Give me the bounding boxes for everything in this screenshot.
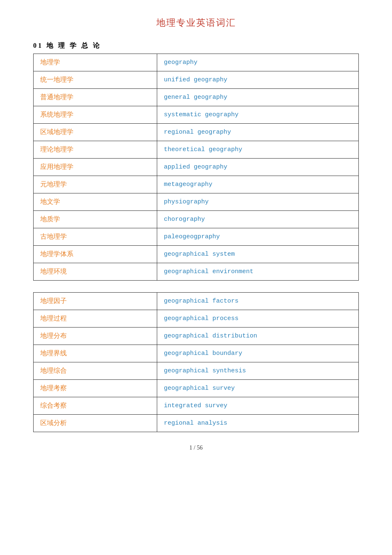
english-term: chorography [157,211,358,228]
chinese-term: 地理界线 [34,345,157,362]
english-term: systematic geography [157,106,358,124]
chinese-term: 区域地理学 [34,124,157,141]
table-row: 地理因子geographical factors [34,293,359,310]
table-row: 区域地理学regional geography [34,124,359,141]
chinese-term: 应用地理学 [34,159,157,176]
english-term: integrated survey [157,397,358,415]
table-row: 应用地理学applied geography [34,159,359,176]
table-row: 综合考察integrated survey [34,397,359,415]
english-term: geographical factors [157,293,358,310]
table-row: 地质学chorography [34,211,359,228]
chinese-term: 统一地理学 [34,71,157,89]
english-term: geographical boundary [157,345,358,362]
table-row: 地理界线geographical boundary [34,345,359,362]
table-row: 地理学体系geographical system [34,246,359,263]
table-row: 理论地理学theoretical geography [34,141,359,159]
english-term: general geography [157,89,358,106]
chinese-term: 普通地理学 [34,89,157,106]
english-term: geography [157,54,358,71]
chinese-term: 综合考察 [34,397,157,415]
page-number: 1 / 56 [190,445,203,451]
table-row: 元地理学metageography [34,176,359,193]
section2-table: 地理因子geographical factors地理过程geographical… [33,292,359,432]
table-row: 地理综合geographical synthesis [34,362,359,380]
table-row: 区域分析regional analysis [34,415,359,432]
english-term: geographical process [157,310,358,328]
english-term: regional analysis [157,415,358,432]
english-term: geographical system [157,246,358,263]
chinese-term: 区域分析 [34,415,157,432]
english-term: geographical survey [157,380,358,397]
chinese-term: 元地理学 [34,176,157,193]
table-row: 地理考察geographical survey [34,380,359,397]
table-row: 地理环境geographical environment [34,263,359,281]
english-term: regional geography [157,124,358,141]
table-row: 普通地理学general geography [34,89,359,106]
table-row: 地理学geography [34,54,359,71]
table-row: 地文学physiography [34,193,359,211]
english-term: paleogeogpraphy [157,228,358,246]
chinese-term: 地理学 [34,54,157,71]
english-term: geographical synthesis [157,362,358,380]
chinese-term: 地理综合 [34,362,157,380]
chinese-term: 地理因子 [34,293,157,310]
chinese-term: 古地理学 [34,228,157,246]
section2-wrapper: 地理因子geographical factors地理过程geographical… [33,292,359,432]
english-term: physiography [157,193,358,211]
english-term: applied geography [157,159,358,176]
table-row: 地理分布geographical distribution [34,328,359,345]
chinese-term: 地理学体系 [34,246,157,263]
chinese-term: 地理过程 [34,310,157,328]
section1-wrapper: 01 地 理 学 总 论 地理学geography统一地理学unified ge… [33,42,359,281]
section1-header: 01 地 理 学 总 论 [33,42,359,50]
chinese-term: 地文学 [34,193,157,211]
section1-table: 地理学geography统一地理学unified geography普通地理学g… [33,54,359,281]
english-term: unified geography [157,71,358,89]
chinese-term: 地理分布 [34,328,157,345]
chinese-term: 地理环境 [34,263,157,281]
chinese-term: 地理考察 [34,380,157,397]
english-term: metageography [157,176,358,193]
table-row: 地理过程geographical process [34,310,359,328]
page-footer: 1 / 56 [33,445,359,451]
chinese-term: 理论地理学 [34,141,157,159]
table-row: 系统地理学systematic geography [34,106,359,124]
table-row: 统一地理学unified geography [34,71,359,89]
chinese-term: 地质学 [34,211,157,228]
table-row: 古地理学paleogeogpraphy [34,228,359,246]
english-term: geographical environment [157,263,358,281]
chinese-term: 系统地理学 [34,106,157,124]
english-term: theoretical geography [157,141,358,159]
page-title: 地理专业英语词汇 [33,17,359,29]
english-term: geographical distribution [157,328,358,345]
